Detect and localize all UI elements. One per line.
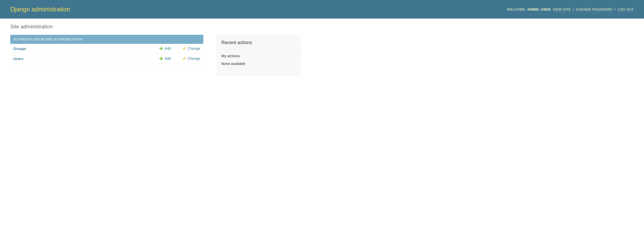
add-link-users[interactable]: Add: [159, 56, 171, 61]
model-add-cell: Add: [156, 54, 179, 64]
model-link-users[interactable]: Users: [13, 57, 23, 61]
model-change-cell: Change: [179, 54, 203, 64]
model-add-cell: Add: [156, 44, 179, 54]
separator: /: [615, 7, 616, 11]
change-link-groups[interactable]: Change: [182, 46, 200, 51]
pencil-icon: [182, 57, 186, 60]
change-label: Change: [188, 56, 200, 61]
add-label: Add: [164, 56, 171, 61]
recent-actions-module: Recent actions My actions None available: [216, 35, 301, 71]
username: ADMIN_USER: [527, 7, 551, 11]
model-row-users: Users Add: [10, 54, 203, 64]
plus-icon: [159, 47, 163, 50]
change-password-link[interactable]: Change password: [576, 7, 613, 12]
site-title-link[interactable]: Django administration: [10, 6, 70, 13]
app-caption-auth: Authentication and Authorization: [10, 35, 203, 44]
add-link-groups[interactable]: Add: [159, 46, 171, 51]
plus-icon: [159, 57, 163, 60]
recent-actions-subtitle: My actions: [216, 50, 301, 58]
model-name-cell: Groups: [10, 44, 156, 54]
page-title: Site administration: [10, 24, 634, 30]
recent-actions-empty: None available: [216, 58, 301, 71]
logout-link[interactable]: Log out: [618, 7, 634, 12]
model-link-groups[interactable]: Groups: [13, 47, 26, 51]
view-site-link[interactable]: View site: [553, 7, 571, 12]
change-link-users[interactable]: Change: [182, 56, 200, 61]
change-label: Change: [188, 46, 200, 51]
app-module-auth: Authentication and Authorization Groups …: [10, 35, 203, 64]
app-caption-link-auth[interactable]: Authentication and Authorization: [13, 37, 82, 41]
header: Django administration Welcome, ADMIN_USE…: [0, 0, 644, 19]
model-name-cell: Users: [10, 54, 156, 64]
branding: Django administration: [10, 6, 70, 13]
model-change-cell: Change: [179, 44, 203, 54]
model-row-groups: Groups Add: [10, 44, 203, 54]
content: Site administration Authentication and A…: [0, 19, 644, 81]
app-table-auth: Authentication and Authorization Groups …: [10, 35, 203, 64]
pencil-icon: [182, 47, 186, 50]
dot: .: [551, 7, 552, 11]
content-main: Authentication and Authorization Groups …: [10, 35, 203, 69]
user-tools: Welcome, ADMIN_USER. View site / Change …: [507, 7, 634, 11]
welcome-text: Welcome,: [507, 7, 526, 11]
recent-actions-title: Recent actions: [216, 35, 301, 50]
site-title: Django administration: [10, 6, 70, 13]
add-label: Add: [164, 46, 171, 51]
separator: /: [573, 7, 574, 11]
content-related: Recent actions My actions None available: [216, 35, 301, 76]
